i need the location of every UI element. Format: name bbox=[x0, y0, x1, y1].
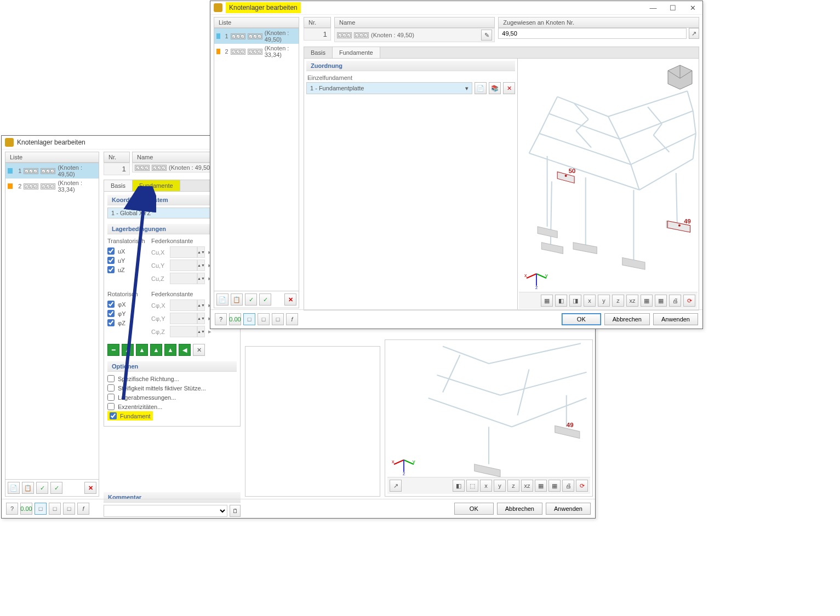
check-dims[interactable]: Lagerabmessungen... bbox=[107, 393, 237, 402]
nr-value[interactable] bbox=[304, 28, 331, 41]
tab-basis[interactable]: Basis bbox=[104, 180, 133, 191]
axis-xz-icon[interactable]: xz bbox=[626, 295, 638, 307]
ok-button[interactable]: OK bbox=[562, 313, 601, 325]
axis-x-icon[interactable]: x bbox=[480, 480, 492, 492]
print-icon[interactable]: 🖨 bbox=[669, 295, 681, 307]
svg-text:50: 50 bbox=[569, 168, 576, 174]
app-icon bbox=[214, 3, 222, 12]
nr-value[interactable] bbox=[104, 163, 130, 175]
einzelfundament-select[interactable]: 1 - Fundamentplatte ▾ bbox=[306, 82, 472, 94]
support-type-4-icon[interactable]: ▲ bbox=[150, 344, 162, 356]
check-uy[interactable]: uY bbox=[107, 256, 146, 265]
view-d-icon[interactable]: ▦ bbox=[655, 295, 667, 307]
edit-name-icon[interactable]: ✎ bbox=[481, 30, 492, 41]
lib-foundation-icon[interactable]: 📚 bbox=[489, 82, 501, 94]
copy-icon[interactable]: 📋 bbox=[22, 482, 34, 494]
list-item[interactable]: 1 (Knoten : 49,50) bbox=[5, 163, 99, 179]
svg-line-38 bbox=[576, 131, 591, 148]
help-icon[interactable]: ? bbox=[215, 313, 227, 325]
support-type-7-icon[interactable]: ✕ bbox=[193, 344, 205, 356]
check-fundament[interactable]: Fundament bbox=[107, 411, 153, 421]
check2-icon[interactable]: ✓ bbox=[259, 293, 271, 306]
new-foundation-icon[interactable]: 📄 bbox=[475, 82, 487, 94]
check-icon[interactable]: ✓ bbox=[245, 293, 257, 306]
axis-z-icon[interactable]: z bbox=[612, 295, 624, 307]
support-type-6-icon[interactable]: ◀ bbox=[179, 344, 191, 356]
maximize-button[interactable]: ☐ bbox=[663, 1, 683, 15]
copy-icon[interactable]: 📋 bbox=[231, 293, 243, 306]
check-icon[interactable]: ✓ bbox=[36, 482, 48, 494]
view-2-icon[interactable]: ⬚ bbox=[466, 480, 478, 492]
delete-icon[interactable]: ✕ bbox=[284, 293, 296, 306]
liste-header: Liste bbox=[214, 17, 299, 28]
delete-foundation-icon[interactable]: ✕ bbox=[503, 82, 515, 94]
mode-2-icon[interactable]: □ bbox=[258, 313, 270, 325]
apply-button[interactable]: Anwenden bbox=[653, 313, 698, 325]
cancel-button[interactable]: Abbrechen bbox=[604, 313, 650, 325]
minimize-button[interactable]: — bbox=[643, 1, 663, 15]
color-swatch bbox=[8, 183, 13, 189]
mode-1-icon[interactable]: □ bbox=[35, 503, 47, 515]
mode-3-icon[interactable]: □ bbox=[272, 313, 284, 325]
help-icon[interactable]: ? bbox=[6, 503, 18, 515]
units-icon[interactable]: 0.00 bbox=[20, 503, 32, 515]
support-type-5-icon[interactable]: ▲ bbox=[164, 344, 176, 356]
view-a-icon[interactable]: ◧ bbox=[555, 295, 567, 307]
pick-nodes-icon[interactable]: ↗ bbox=[689, 28, 699, 39]
check-px[interactable]: φX bbox=[107, 300, 146, 309]
check-ux[interactable]: uX bbox=[107, 246, 146, 256]
mode-1-icon[interactable]: □ bbox=[243, 313, 255, 325]
svg-text:49: 49 bbox=[684, 218, 691, 224]
view-b-icon[interactable]: ◨ bbox=[569, 295, 581, 307]
cancel-button[interactable]: Abbrechen bbox=[497, 503, 542, 515]
close-button[interactable]: ✕ bbox=[683, 1, 702, 15]
list-item[interactable]: 2 (Knoten : 33,34) bbox=[214, 44, 299, 59]
delete-icon[interactable]: ✕ bbox=[84, 482, 96, 494]
tab-fundamente[interactable]: Fundamente bbox=[133, 180, 180, 191]
mode-2-icon[interactable]: □ bbox=[49, 503, 61, 515]
check-pz[interactable]: φZ bbox=[107, 318, 146, 327]
reset-icon[interactable]: ⟳ bbox=[683, 295, 695, 307]
svg-line-6 bbox=[443, 355, 460, 392]
view-cube-icon[interactable] bbox=[665, 62, 695, 93]
axis-x-icon[interactable]: x bbox=[584, 295, 596, 307]
axis-xyz-icon[interactable]: xz bbox=[521, 480, 533, 492]
view-4-icon[interactable]: ▦ bbox=[548, 480, 561, 492]
check-ecc[interactable]: Exzentrizitäten... bbox=[107, 402, 237, 411]
support-type-3-icon[interactable]: ▲ bbox=[136, 344, 148, 356]
check-stiffness[interactable]: Steifigkeit mittels fiktiver Stütze... bbox=[107, 383, 237, 393]
ok-button[interactable]: OK bbox=[454, 503, 494, 515]
apply-button[interactable]: Anwenden bbox=[546, 503, 591, 515]
units-icon[interactable]: 0.00 bbox=[229, 313, 241, 325]
fx-icon[interactable]: f bbox=[286, 313, 298, 325]
pick-icon[interactable]: ↗ bbox=[390, 480, 402, 492]
check-py[interactable]: φY bbox=[107, 309, 146, 318]
axis-y-icon[interactable]: y bbox=[598, 295, 610, 307]
check-uz[interactable]: uZ bbox=[107, 265, 146, 274]
svg-line-1 bbox=[489, 343, 581, 364]
view-c-icon[interactable]: ▦ bbox=[641, 295, 653, 307]
svg-line-7 bbox=[518, 369, 529, 415]
new-icon[interactable]: 📄 bbox=[216, 293, 228, 306]
svg-line-39 bbox=[648, 107, 662, 124]
new-icon[interactable]: 📄 bbox=[8, 482, 20, 494]
check2-icon[interactable]: ✓ bbox=[50, 482, 62, 494]
support-type-2-icon[interactable]: ▲ bbox=[122, 344, 134, 356]
list-item[interactable]: 1 (Knoten : 49,50) bbox=[214, 28, 299, 44]
axis-z-icon[interactable]: z bbox=[507, 480, 519, 492]
view-1-icon[interactable]: ◧ bbox=[453, 480, 465, 492]
view-3-icon[interactable]: ▦ bbox=[535, 480, 547, 492]
tab-basis[interactable]: Basis bbox=[304, 47, 333, 58]
support-type-1-icon[interactable]: ━ bbox=[107, 344, 119, 356]
assign-input[interactable] bbox=[498, 28, 687, 39]
check-spec-dir[interactable]: Spezifische Richtung... bbox=[107, 374, 237, 383]
mode-3-icon[interactable]: □ bbox=[63, 503, 75, 515]
svg-line-12 bbox=[394, 460, 404, 464]
list-item[interactable]: 2 (Knoten : 33,34) bbox=[5, 179, 99, 194]
print-icon[interactable]: 🖨 bbox=[562, 480, 574, 492]
fx-icon[interactable]: f bbox=[77, 503, 89, 515]
reset-icon[interactable]: ⟳ bbox=[576, 480, 588, 492]
view-mode-icon[interactable]: ▦ bbox=[541, 295, 553, 307]
axis-y-icon[interactable]: y bbox=[494, 480, 506, 492]
tab-fundamente[interactable]: Fundamente bbox=[333, 47, 380, 58]
